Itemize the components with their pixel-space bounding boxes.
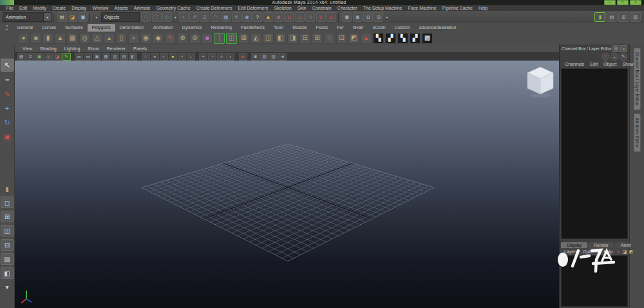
construction-history-icon[interactable]: ▣ xyxy=(342,12,352,22)
wireframe-mode-icon[interactable]: ○ xyxy=(142,53,150,61)
poly-soccer-ball-icon[interactable]: ◉ xyxy=(140,33,151,44)
menu-face-machine[interactable]: Face Machine xyxy=(405,5,439,11)
poly-reduce-icon[interactable]: ▲ xyxy=(361,33,372,44)
poly-sphere-icon[interactable]: ● xyxy=(18,33,29,44)
shadows-icon[interactable]: ◑ xyxy=(178,53,186,61)
poly-helix-icon[interactable]: ≈ xyxy=(128,33,139,44)
layer-menu-options[interactable]: Options xyxy=(580,249,601,254)
selection-mask-dropdown[interactable]: Objects xyxy=(101,12,140,22)
shaded-mode-icon[interactable]: ● xyxy=(151,53,159,61)
channel-box-menu-show[interactable]: Show xyxy=(620,62,637,66)
menu-pipeline-cache[interactable]: Pipeline Cache xyxy=(439,5,475,11)
select-tool[interactable]: ↖ xyxy=(1,59,14,72)
xray-active-components-icon[interactable]: ◕ xyxy=(217,53,225,61)
film-gate-icon[interactable]: ▭ xyxy=(75,53,83,61)
share-view-icon[interactable]: ◄ xyxy=(278,53,287,61)
mask-deformations-icon[interactable]: ▦ xyxy=(221,12,231,22)
quad-draw-icon[interactable]: ◩ xyxy=(348,33,359,44)
smooth-icon[interactable]: ■ xyxy=(202,33,213,44)
poly-cylinder-icon[interactable]: ▮ xyxy=(43,33,53,44)
menu-edit-deformers[interactable]: Edit Deformers xyxy=(235,5,271,11)
mask-rendering-icon[interactable]: ◉ xyxy=(242,12,252,22)
poly-torus-icon[interactable]: ◎ xyxy=(79,33,90,44)
create-layer-from-selected-icon[interactable]: ◩ xyxy=(629,249,634,255)
shelf-tab-nhair[interactable]: nHair xyxy=(348,24,368,32)
show-tool-settings-button[interactable]: ⊞ xyxy=(618,12,629,22)
poly-pyramid-icon[interactable]: ▴ xyxy=(104,33,115,44)
layout-persp-uv-button[interactable]: ◧ xyxy=(1,267,14,279)
menu-modify[interactable]: Modify xyxy=(30,5,50,11)
panel-menu-panels[interactable]: Panels xyxy=(129,46,151,51)
toggle-grease-pencil-button[interactable]: ▮ xyxy=(594,12,605,22)
snap-to-grids-icon[interactable]: ∪ xyxy=(284,12,294,22)
last-tool-used-slot[interactable]: ▮ xyxy=(1,184,13,194)
channel-box-header-buttons[interactable]: ⧉× xyxy=(612,45,627,52)
lasso-select-tool[interactable]: ≈ xyxy=(1,74,13,86)
slider-mode-icon[interactable]: ✎ xyxy=(620,53,627,61)
lock-camera-icon[interactable]: ◘ xyxy=(26,53,35,61)
layer-tab-anim[interactable]: Anim xyxy=(615,242,637,248)
gate-mask-icon[interactable]: ▣ xyxy=(93,53,101,61)
screen-space-ao-icon[interactable]: ◒ xyxy=(187,53,195,61)
selection-mode-caret[interactable]: ▾ xyxy=(94,13,99,21)
menu-display[interactable]: Display xyxy=(69,5,90,11)
grease-pencil-icon[interactable]: ✎ xyxy=(62,53,71,61)
shelf-tab-rendering[interactable]: Rendering xyxy=(207,24,236,32)
open-scene-icon[interactable]: ◪ xyxy=(68,12,77,22)
shelf-tab-curves[interactable]: Curves xyxy=(37,24,61,32)
layer-tab-display[interactable]: Display xyxy=(561,242,587,248)
shelf-tab-polygons[interactable]: Polygons xyxy=(88,24,115,32)
channel-box-menu-object[interactable]: Object xyxy=(601,62,620,66)
menu-skin[interactable]: Skin xyxy=(294,5,309,11)
create-empty-layer-icon[interactable]: ◪ xyxy=(622,249,628,255)
show-channel-box-button[interactable]: ▥ xyxy=(630,12,641,22)
layer-menu-layers[interactable]: Layers xyxy=(562,249,580,254)
layout-single-perspective-button[interactable]: ◻ xyxy=(1,197,14,208)
shelf-tab-painteffects[interactable]: PaintEffects xyxy=(236,24,269,32)
layout-hypershade-persp-button[interactable]: ▤ xyxy=(1,253,14,265)
menu-create[interactable]: Create xyxy=(50,5,69,11)
panel-menu-shading[interactable]: Shading xyxy=(36,46,61,51)
append-polygon-icon[interactable]: ◧ xyxy=(275,33,286,44)
safe-title-icon[interactable]: ▤ xyxy=(120,53,128,61)
lock-selection-icon[interactable]: ▲ xyxy=(263,12,273,22)
textured-mode-icon[interactable]: ◐ xyxy=(160,53,168,61)
layer-menu-help[interactable]: Help xyxy=(601,249,615,254)
panel-menu-renderer[interactable]: Renderer xyxy=(103,46,129,51)
minimize-button[interactable]: – xyxy=(604,0,616,5)
uv-automatic-mapping-icon[interactable]: ▞ xyxy=(410,33,421,44)
menu-the-setup-machine[interactable]: The Setup Machine xyxy=(360,5,405,11)
shelf-editor-button[interactable]: ▸ xyxy=(2,28,12,31)
combine-icon[interactable]: ⊕ xyxy=(177,33,188,44)
side-tab-channel-box-layer-editor[interactable]: Channel Box / Layer Editor xyxy=(634,48,641,110)
sculpt-geometry-icon[interactable]: ✎ xyxy=(165,33,176,44)
isolate-select-icon[interactable]: ◓ xyxy=(199,53,207,61)
poly-platonic-solid-icon[interactable]: ◆ xyxy=(153,33,164,44)
menu-help[interactable]: Help xyxy=(476,5,491,11)
bridge-icon[interactable]: ◫ xyxy=(263,33,274,44)
poly-plane-icon[interactable]: ▦ xyxy=(67,33,78,44)
split-polygon-icon[interactable]: ◨ xyxy=(287,33,298,44)
xray-icon[interactable]: ◔ xyxy=(208,53,216,61)
shelf-tab-dynamics[interactable]: Dynamics xyxy=(178,24,207,32)
menu-assets[interactable]: Assets xyxy=(111,5,131,11)
side-tab-attribute-editor[interactable]: Attribute Editor xyxy=(634,113,641,152)
mask-handles-icon[interactable]: ↗ xyxy=(189,12,199,22)
bevel-icon[interactable]: ◭ xyxy=(251,33,261,44)
mirror-cut-icon[interactable]: ❘ xyxy=(214,33,225,44)
rotate-tool[interactable]: ↻ xyxy=(1,117,13,128)
menu-geometry-cache[interactable]: Geometry Cache xyxy=(153,5,193,11)
shelf-tab-general[interactable]: General xyxy=(12,24,37,32)
mask-misc-icon[interactable]: ? xyxy=(252,12,262,22)
mirror-geometry-icon[interactable]: ◫ xyxy=(226,33,237,44)
menu-skeleton[interactable]: Skeleton xyxy=(271,5,294,11)
current-layer-indicator-icon[interactable]: ▪ xyxy=(616,249,621,255)
layout-menu-caret[interactable]: ▾ xyxy=(1,282,13,292)
channel-box-menu-edit[interactable]: Edit xyxy=(587,62,601,66)
layer-tab-render[interactable]: Render xyxy=(588,242,614,248)
manipulator-state-icon[interactable]: ∷ xyxy=(601,53,609,61)
ipr-render-icon[interactable]: ◘ xyxy=(363,12,373,22)
menu-edit[interactable]: Edit xyxy=(16,5,30,11)
menu-create-deformers[interactable]: Create Deformers xyxy=(193,5,235,11)
safe-action-icon[interactable]: ▥ xyxy=(111,53,119,61)
